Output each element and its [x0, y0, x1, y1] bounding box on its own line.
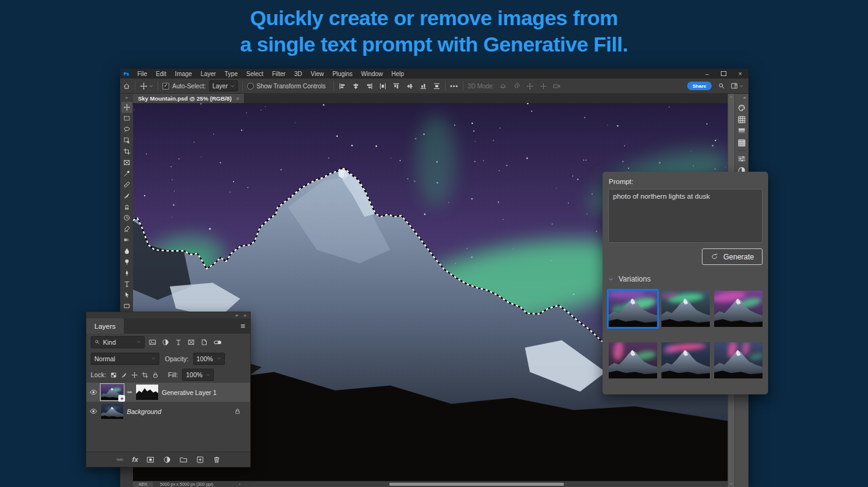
horizontal-scrollbar[interactable]	[389, 483, 564, 486]
filter-pixel-layers-icon[interactable]	[149, 339, 156, 346]
scroll-down-icon[interactable]	[729, 482, 733, 486]
crop-tool[interactable]	[121, 146, 132, 157]
menu-item-image[interactable]: Image	[170, 71, 196, 77]
lock-pixels-icon[interactable]	[121, 372, 128, 378]
workspace-icon[interactable]	[731, 82, 738, 90]
variation-thumbnail-1[interactable]	[609, 291, 657, 327]
workspace-chevron-icon[interactable]	[739, 84, 744, 88]
color-panel-icon[interactable]	[737, 102, 746, 113]
fill-dropdown[interactable]: 100%	[182, 369, 214, 381]
panel-collapse-icon[interactable]: «	[235, 313, 238, 318]
show-transform-checkbox[interactable]	[247, 83, 254, 90]
layer-row-background[interactable]: Background	[86, 402, 250, 421]
eyedropper-tool[interactable]	[121, 168, 132, 179]
filter-toggle-icon[interactable]	[213, 338, 222, 347]
menu-item-layer[interactable]: Layer	[196, 71, 220, 77]
delete-layer-icon[interactable]	[213, 456, 221, 464]
filter-shape-layers-icon[interactable]	[188, 339, 195, 346]
tab-close-icon[interactable]: ×	[236, 95, 240, 102]
eraser-tool[interactable]	[121, 223, 132, 234]
layer-name[interactable]: Background	[127, 408, 161, 415]
adjustment-layer-icon[interactable]	[163, 456, 171, 464]
healing-brush-tool[interactable]	[121, 179, 132, 190]
camera-3d-icon[interactable]	[553, 82, 561, 90]
filter-adjustment-layers-icon[interactable]	[162, 339, 169, 346]
menu-item-plugins[interactable]: Plugins	[328, 71, 357, 77]
gradient-tool[interactable]	[121, 234, 132, 245]
blur-tool[interactable]	[121, 245, 132, 256]
roll-3d-icon[interactable]	[512, 82, 520, 90]
document-tab[interactable]: Sky Mountain.psd @ 25% (RGB/8) ×	[133, 94, 244, 103]
filter-type-layers-icon[interactable]	[175, 339, 182, 346]
align-left-icon[interactable]	[338, 82, 346, 90]
generate-button[interactable]: Generate	[702, 248, 763, 265]
visibility-eye-icon[interactable]	[89, 388, 97, 396]
align-right-icon[interactable]	[365, 82, 373, 90]
variations-chevron-icon[interactable]	[608, 277, 614, 282]
lock-artboard-icon[interactable]	[142, 372, 148, 378]
type-tool[interactable]	[121, 278, 132, 290]
menu-item-help[interactable]: Help	[387, 71, 409, 77]
clone-stamp-tool[interactable]	[121, 201, 132, 212]
gradients-panel-icon[interactable]	[737, 125, 746, 137]
path-selection-tool[interactable]	[121, 290, 132, 301]
auto-select-target-dropdown[interactable]: Layer	[209, 80, 237, 91]
frame-tool[interactable]	[121, 157, 132, 168]
align-bottom-icon[interactable]	[419, 82, 427, 90]
variation-thumbnail-5[interactable]	[661, 342, 710, 378]
home-icon[interactable]	[123, 82, 131, 90]
swatches-panel-icon[interactable]	[737, 113, 746, 125]
menu-item-select[interactable]: Select	[242, 71, 268, 77]
rectangular-marquee-tool[interactable]	[121, 113, 132, 124]
layer-mask-thumbnail[interactable]	[136, 385, 158, 400]
lock-all-icon[interactable]	[152, 372, 159, 378]
menu-item-view[interactable]: View	[306, 71, 329, 77]
distribute-vertical-icon[interactable]	[433, 82, 441, 90]
layers-tab[interactable]: Layers	[86, 318, 124, 334]
link-layers-icon[interactable]	[116, 456, 124, 464]
toolbar-collapse-button[interactable]: »	[125, 94, 128, 102]
slide-3d-icon[interactable]	[539, 82, 547, 90]
object-selection-tool[interactable]	[121, 135, 132, 146]
align-middle-icon[interactable]	[406, 82, 414, 90]
prompt-input[interactable]: photo of northern lights at dusk	[608, 189, 763, 243]
adjustments-panel-icon[interactable]	[737, 153, 746, 164]
panel-menu-icon[interactable]: ≡	[240, 321, 245, 331]
scroll-up-icon[interactable]	[729, 95, 733, 99]
align-top-icon[interactable]	[392, 82, 400, 90]
restore-button[interactable]	[715, 69, 732, 79]
filter-kind-dropdown[interactable]: Kind	[91, 336, 145, 348]
menu-item-window[interactable]: Window	[357, 71, 387, 77]
share-button[interactable]: Share	[687, 82, 712, 90]
distribute-horizontal-icon[interactable]	[379, 82, 387, 90]
auto-select-checkbox[interactable]	[162, 83, 169, 90]
menu-item-type[interactable]: Type	[220, 71, 242, 77]
mask-link-icon[interactable]	[127, 389, 132, 395]
rectangle-tool[interactable]	[121, 301, 132, 312]
close-button[interactable]: ×	[732, 69, 748, 79]
search-icon[interactable]	[718, 82, 725, 90]
menu-item-file[interactable]: File	[133, 71, 151, 77]
lock-transparency-icon[interactable]	[110, 372, 117, 378]
minimize-button[interactable]: –	[699, 69, 715, 79]
menu-item-3d[interactable]: 3D	[290, 71, 306, 77]
layer-thumbnail[interactable]	[101, 404, 123, 419]
orbit-3d-icon[interactable]	[499, 82, 507, 90]
status-chevron-icon[interactable]: ›	[239, 481, 240, 487]
history-brush-tool[interactable]	[121, 212, 132, 223]
new-group-icon[interactable]	[180, 456, 188, 464]
layer-name[interactable]: Generative Layer 1	[162, 389, 216, 396]
layer-thumbnail[interactable]	[101, 385, 123, 400]
zoom-level[interactable]: 48%	[133, 481, 153, 487]
layer-style-fx-icon[interactable]: fx	[132, 456, 139, 463]
move-tool-icon[interactable]	[140, 82, 148, 90]
align-center-icon[interactable]	[352, 82, 360, 90]
lock-position-icon[interactable]	[131, 372, 138, 378]
pan-3d-icon[interactable]	[526, 82, 534, 90]
visibility-eye-icon[interactable]	[89, 407, 97, 415]
patterns-panel-icon[interactable]	[737, 137, 746, 148]
pen-tool[interactable]	[121, 267, 132, 278]
move-tool[interactable]	[121, 102, 132, 113]
variation-thumbnail-3[interactable]	[714, 291, 763, 327]
panel-close-icon[interactable]: ×	[243, 313, 246, 318]
